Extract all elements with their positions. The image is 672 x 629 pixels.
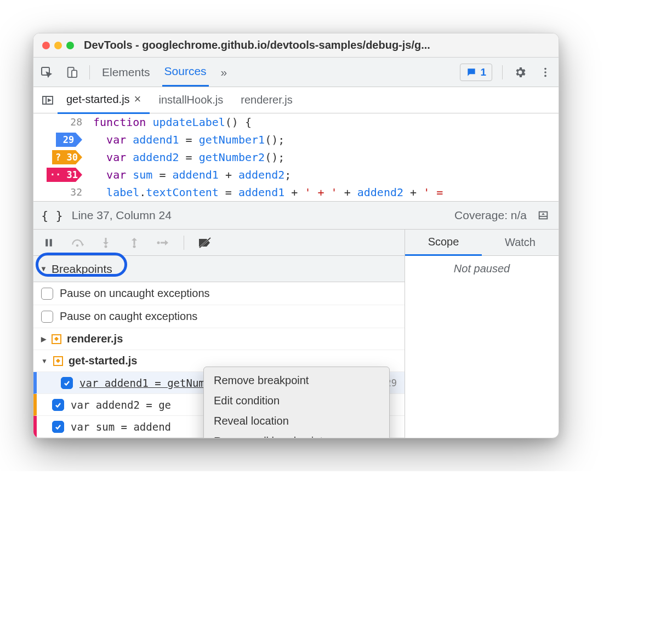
window-title: DevTools - googlechrome.github.io/devtoo… [84,39,430,52]
debug-toolbar [33,230,405,256]
svg-rect-12 [45,239,48,246]
pretty-print-icon[interactable]: { } [41,209,63,222]
gutter[interactable]: 32 [33,184,86,201]
file-tab-label: installHook.js [158,94,223,106]
breakpoint-marker[interactable]: ? 30 [52,150,82,164]
step-out-icon[interactable] [127,235,142,250]
tab-elements[interactable]: Elements [100,59,152,86]
file-tab-label: renderer.js [241,94,293,106]
menu-item-remove-breakpoint[interactable]: Remove breakpoint [204,370,389,391]
checkbox-checked[interactable] [52,421,64,433]
file-tab-renderer[interactable]: renderer.js [232,88,301,112]
js-file-icon [52,334,61,344]
checkbox-unchecked[interactable] [41,288,53,300]
line-number: 28 [33,113,82,131]
file-group-label: renderer.js [67,333,123,345]
svg-point-14 [76,244,78,247]
close-tab-icon[interactable]: × [134,92,141,106]
gutter[interactable]: 28 [33,113,86,131]
checkbox-checked[interactable] [52,399,64,411]
main-toolbar: Elements Sources » 1 [33,58,559,87]
line-number: 32 [33,184,82,201]
tab-watch[interactable]: Watch [482,230,559,255]
file-tab-get-started[interactable]: get-started.js × [58,86,150,114]
code-line[interactable]: 28function updateLabel() { [33,113,559,131]
inspect-element-icon[interactable] [39,65,54,80]
gutter[interactable]: ? 30 [33,150,86,164]
close-window-button[interactable] [42,42,50,49]
drawer-toggle-icon[interactable] [536,208,551,223]
gutter[interactable]: ·· 31 [33,168,86,182]
menu-item-reveal-location[interactable]: Reveal location [204,411,389,431]
breakpoints-title: Breakpoints [52,262,112,276]
svg-point-16 [105,245,107,248]
svg-point-22 [157,241,160,244]
feedback-button[interactable]: 1 [460,64,492,81]
not-paused-message: Not paused [405,256,559,282]
deactivate-breakpoints-icon[interactable] [197,235,213,250]
code-line[interactable]: 32 label.textContent = addend1 + ' + ' +… [33,184,559,201]
separator [502,65,503,79]
breakpoints-section-header[interactable]: ▼ Breakpoints [33,256,405,282]
sidebar-tabs: Scope Watch [405,230,559,256]
editor-status-bar: { } Line 37, Column 24 Coverage: n/a [33,201,559,230]
minimize-window-button[interactable] [54,42,62,49]
step-into-icon[interactable] [98,235,113,250]
file-tab-installhook[interactable]: installHook.js [150,88,232,112]
file-tabs: get-started.js × installHook.js renderer… [33,87,559,113]
breakpoint-marker[interactable]: ·· 31 [47,168,82,182]
window-controls [42,42,74,49]
step-icon[interactable] [155,235,170,250]
pause-caught-row[interactable]: Pause on caught exceptions [33,305,405,328]
checkbox-unchecked[interactable] [41,311,53,323]
svg-point-4 [544,71,546,73]
breakpoint-marker[interactable]: 29 [56,133,82,147]
settings-icon[interactable] [512,65,528,80]
svg-rect-23 [161,242,166,243]
coverage-status: Coverage: n/a [454,209,527,222]
step-over-icon[interactable] [70,235,85,250]
pause-uncaught-row[interactable]: Pause on uncaught exceptions [33,282,405,305]
svg-marker-24 [165,240,168,245]
tab-sources[interactable]: Sources [162,58,209,87]
feedback-count: 1 [480,66,486,78]
svg-rect-2 [72,70,77,77]
cursor-position: Line 37, Column 24 [72,209,172,222]
code-editor[interactable]: 28function updateLabel() {29 var addend1… [33,113,559,201]
kebab-menu-icon[interactable] [538,65,553,80]
code-text: function updateLabel() { [86,113,252,131]
code-text: var addend2 = getNumber2(); [86,148,284,166]
breakpoint-file-group[interactable]: ▶ renderer.js [33,328,405,350]
gutter[interactable]: 29 [33,133,86,147]
svg-point-19 [133,245,136,248]
svg-marker-18 [103,242,109,245]
separator [89,65,90,79]
code-text: label.textContent = addend1 + ' + ' + ad… [86,184,443,201]
file-tab-label: get-started.js [66,93,130,106]
more-tabs-button[interactable]: » [219,59,230,86]
tab-scope[interactable]: Scope [405,230,482,256]
svg-marker-15 [82,243,84,247]
code-line[interactable]: 29 var addend1 = getNumber1(); [33,131,559,148]
menu-item-remove-all[interactable]: Remove all breakpoints [204,431,389,438]
code-line[interactable]: ? 30 var addend2 = getNumber2(); [33,148,559,166]
device-toggle-icon[interactable] [64,65,79,80]
expand-triangle-icon: ▼ [41,357,48,365]
pause-uncaught-label: Pause on uncaught exceptions [60,287,210,300]
code-text: var addend1 = getNumber1(); [86,131,284,148]
breakpoint-context-menu: Remove breakpoint Edit condition Reveal … [203,367,390,438]
svg-rect-20 [134,240,135,245]
zoom-window-button[interactable] [66,42,74,49]
checkbox-checked[interactable] [61,377,73,389]
separator [184,236,184,250]
left-debug-column: ▼ Breakpoints ▼ Breakpoints Pause on unc… [33,230,405,438]
debugger-pane: ▼ Breakpoints ▼ Breakpoints Pause on unc… [33,230,559,438]
navigator-toggle-icon[interactable] [38,94,58,107]
svg-rect-13 [50,239,52,246]
menu-item-edit-condition[interactable]: Edit condition [204,391,389,411]
expand-triangle-icon: ▼ [40,265,47,273]
code-line[interactable]: ·· 31 var sum = addend1 + addend2; [33,166,559,184]
devtools-window: DevTools - googlechrome.github.io/devtoo… [33,33,559,438]
svg-marker-21 [132,238,137,241]
pause-icon[interactable] [41,235,56,250]
